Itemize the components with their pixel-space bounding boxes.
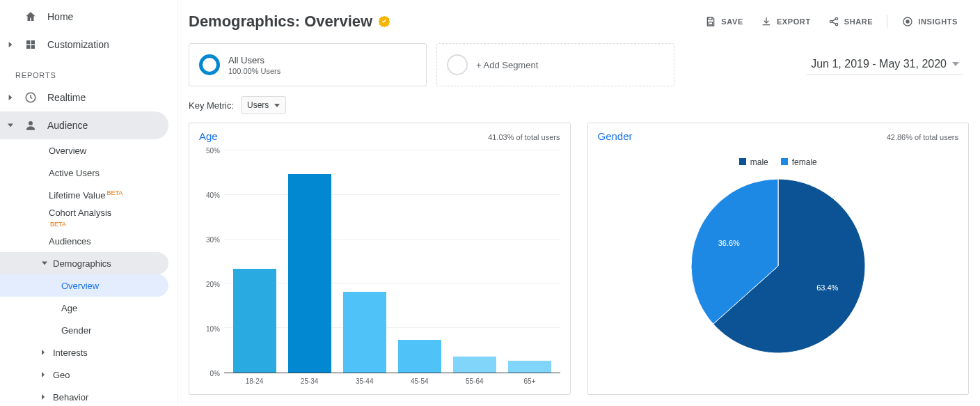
sidebar-item-behavior[interactable]: Behavior xyxy=(0,386,177,406)
segment-circle-icon xyxy=(199,54,220,75)
sidebar-realtime-label: Realtime xyxy=(47,92,177,103)
home-icon xyxy=(24,10,38,24)
y-tick: 0% xyxy=(210,370,220,377)
share-button[interactable]: SHARE xyxy=(822,11,879,32)
x-label: 45-54 xyxy=(393,377,445,385)
segment-empty-circle-icon xyxy=(447,54,468,75)
share-label: SHARE xyxy=(844,17,874,26)
date-range-picker[interactable]: Jun 1, 2019 - May 31, 2020 xyxy=(807,55,963,75)
panel-head: Age 41.03% of total users xyxy=(189,123,570,142)
x-label: 18-24 xyxy=(228,377,280,385)
x-label: 65+ xyxy=(503,377,555,385)
main: Demographics: Overview SAVE EXPORT xyxy=(177,0,980,406)
y-tick: 50% xyxy=(206,147,220,155)
gender-title[interactable]: Gender xyxy=(598,130,633,142)
age-chart: 0%10%20%30%40%50% 18-2425-3435-4445-5455… xyxy=(189,142,570,394)
chevron-down-icon xyxy=(7,122,14,129)
sidebar-home-label: Home xyxy=(47,11,177,22)
svg-rect-1 xyxy=(31,40,35,44)
sidebar-item-lifetime-value[interactable]: Lifetime ValueBETA xyxy=(0,184,177,206)
pie-label-female: 36.6% xyxy=(718,239,739,247)
key-metric-value: Users xyxy=(247,100,269,110)
chevron-right-icon xyxy=(7,41,14,48)
bar-45-54[interactable] xyxy=(398,340,441,373)
gender-chart: male female 63.4%36.6% xyxy=(588,142,969,394)
save-icon xyxy=(704,15,717,28)
sidebar-item-geo[interactable]: Geo xyxy=(0,364,177,386)
sidebar-reports-label: REPORTS xyxy=(0,58,177,84)
verified-icon xyxy=(378,15,390,28)
person-icon xyxy=(24,118,38,132)
sidebar-home[interactable]: Home xyxy=(0,3,177,31)
y-tick: 20% xyxy=(206,281,220,288)
separator xyxy=(887,15,887,29)
page-title: Demographics: Overview xyxy=(189,13,372,31)
svg-rect-3 xyxy=(31,45,35,49)
panels: Age 41.03% of total users 0%10%20%30%40%… xyxy=(177,123,980,406)
insights-button[interactable]: INSIGHTS xyxy=(896,11,963,32)
x-label: 25-34 xyxy=(283,377,335,385)
bar-18-24[interactable] xyxy=(233,269,276,373)
sidebar-item-audiences[interactable]: Audiences xyxy=(0,230,177,252)
save-button[interactable]: SAVE xyxy=(699,11,749,32)
export-icon xyxy=(760,15,773,28)
legend-female: female xyxy=(781,157,817,167)
sidebar-item-overview[interactable]: Overview xyxy=(0,139,177,162)
bar-25-34[interactable] xyxy=(288,174,331,373)
legend-male: male xyxy=(739,157,768,167)
sidebar-customization[interactable]: Customization xyxy=(0,31,177,58)
svg-rect-0 xyxy=(26,40,30,44)
gender-panel: Gender 42.86% of total users male female… xyxy=(587,123,970,395)
beta-badge: BETA xyxy=(50,221,66,228)
export-button[interactable]: EXPORT xyxy=(754,11,816,32)
segment-all-users[interactable]: All Users 100.00% Users xyxy=(189,43,427,86)
spacer xyxy=(7,13,14,20)
bar-65+[interactable] xyxy=(508,361,551,373)
gender-legend: male female xyxy=(598,150,959,175)
sidebar-item-interests[interactable]: Interests xyxy=(0,341,177,364)
key-metric-select[interactable]: Users xyxy=(241,96,286,114)
date-range-label: Jun 1, 2019 - May 31, 2020 xyxy=(811,58,947,70)
y-tick: 30% xyxy=(206,236,220,244)
bar-55-64[interactable] xyxy=(453,357,496,373)
bar-35-44[interactable] xyxy=(343,292,386,373)
age-subtitle: 41.03% of total users xyxy=(488,133,560,141)
sidebar-item-active-users[interactable]: Active Users xyxy=(0,162,177,184)
svg-rect-2 xyxy=(26,45,30,49)
titlebar: Demographics: Overview SAVE EXPORT xyxy=(177,0,980,32)
svg-point-11 xyxy=(906,20,909,23)
sidebar-item-cohort[interactable]: Cohort Analysis BETA xyxy=(0,206,177,230)
triangle-down-icon xyxy=(274,104,280,107)
sidebar-item-demo-overview[interactable]: Overview xyxy=(0,274,168,297)
pie-chart: 63.4%36.6% xyxy=(688,175,869,357)
age-title[interactable]: Age xyxy=(199,130,218,142)
age-panel: Age 41.03% of total users 0%10%20%30%40%… xyxy=(189,123,571,395)
sidebar-audience-label: Audience xyxy=(47,120,168,131)
sidebar-item-demographics[interactable]: Demographics xyxy=(0,252,168,274)
insights-icon xyxy=(901,15,914,28)
sidebar-item-demo-gender[interactable]: Gender xyxy=(0,319,177,341)
sidebar-realtime[interactable]: Realtime xyxy=(0,84,177,111)
add-segment-button[interactable]: + Add Segment xyxy=(436,43,674,86)
swatch-male xyxy=(739,158,746,165)
x-label: 55-64 xyxy=(448,377,500,385)
sidebar-audience[interactable]: Audience xyxy=(0,111,168,139)
key-metric-row: Key Metric: Users xyxy=(177,89,980,123)
pie-label-male: 63.4% xyxy=(816,283,838,292)
y-tick: 40% xyxy=(206,192,220,199)
share-icon xyxy=(828,15,840,28)
add-segment-label: + Add Segment xyxy=(476,60,538,70)
triangle-down-icon xyxy=(952,62,959,66)
export-label: EXPORT xyxy=(777,17,811,26)
clock-icon xyxy=(24,91,38,104)
segment-row: All Users 100.00% Users + Add Segment Ju… xyxy=(177,32,980,89)
segment-sub: 100.00% Users xyxy=(228,67,280,75)
svg-point-5 xyxy=(29,121,33,125)
sidebar-customization-label: Customization xyxy=(47,39,177,50)
segment-name: All Users xyxy=(228,55,280,65)
customization-icon xyxy=(24,38,38,52)
key-metric-label: Key Metric: xyxy=(189,100,234,111)
save-label: SAVE xyxy=(721,17,743,26)
sidebar-item-demo-age[interactable]: Age xyxy=(0,297,177,319)
svg-rect-6 xyxy=(709,22,713,25)
